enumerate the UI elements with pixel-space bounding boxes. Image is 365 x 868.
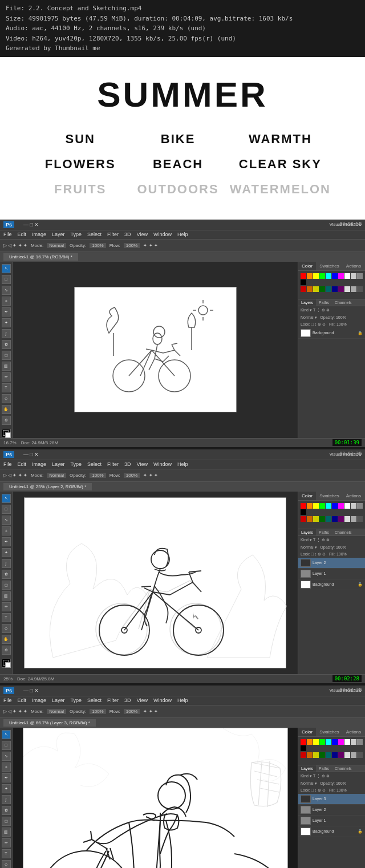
swatch-cell[interactable] [326, 516, 331, 522]
tool-brush-1[interactable]: ∫ [2, 329, 11, 338]
tool-eyedrop-3[interactable]: ✒ [2, 773, 11, 782]
toolbar-opacity-val-3[interactable]: 100% [90, 709, 106, 714]
swatch-cell[interactable] [351, 273, 356, 279]
panel-tab-actions-3[interactable]: Actions [343, 728, 364, 736]
swatch-cell[interactable] [357, 273, 363, 279]
swatch-cell[interactable] [351, 503, 356, 509]
menu-file-2[interactable]: File [3, 461, 12, 467]
tool-eyedrop-2[interactable]: ✒ [2, 537, 11, 546]
tool-text-2[interactable]: T [2, 613, 11, 622]
swatch-cell[interactable] [332, 739, 338, 745]
menu-layer-2[interactable]: Layer [52, 461, 65, 467]
swatch-cell[interactable] [344, 516, 350, 522]
swatch-cell[interactable] [326, 286, 331, 292]
layers-tab-layers-1[interactable]: Layers [298, 299, 316, 306]
menu-select-3[interactable]: Select [87, 697, 102, 703]
swatch-cell[interactable] [313, 286, 319, 292]
panel-tab-color-3[interactable]: Color [298, 728, 316, 736]
tool-clone-3[interactable]: ✿ [2, 806, 11, 815]
menu-type-1[interactable]: Type [71, 232, 82, 237]
menu-window-1[interactable]: Window [153, 232, 172, 237]
swatch-cell[interactable] [301, 516, 306, 522]
menu-view-3[interactable]: View [137, 697, 148, 703]
toolbar-opacity-val-2[interactable]: 100% [90, 473, 106, 478]
layers-tab-paths-2[interactable]: Paths [316, 529, 332, 536]
layers-tab-channels-3[interactable]: Channels [332, 765, 355, 772]
swatch-cell[interactable] [326, 503, 331, 509]
swatch-cell[interactable] [301, 745, 306, 751]
swatch-cell[interactable] [338, 286, 344, 292]
tool-gradient-3[interactable]: ▥ [2, 828, 11, 837]
menu-filter-2[interactable]: Filter [107, 461, 119, 467]
menu-select-1[interactable]: Select [87, 232, 102, 237]
swatch-cell[interactable] [307, 516, 313, 522]
swatch-cell[interactable] [332, 503, 338, 509]
swatch-cell[interactable] [307, 286, 313, 292]
swatch-cell[interactable] [307, 273, 313, 279]
menu-window-2[interactable]: Window [153, 461, 172, 467]
menu-image-3[interactable]: Image [32, 697, 46, 703]
toolbar-flow-val-2[interactable]: 100% [124, 473, 140, 478]
ps-layer-row-l3[interactable]: Layer 3 [298, 794, 365, 805]
toolbar-flow-val-1[interactable]: 100% [124, 243, 140, 248]
tool-eraser-3[interactable]: ◻ [2, 817, 11, 826]
toolbar-mode-val-2[interactable]: Normal [47, 473, 66, 478]
tool-brush-2[interactable]: ∫ [2, 559, 11, 568]
tool-move-1[interactable]: ↖ [2, 264, 11, 273]
tool-eyedrop-1[interactable]: ✒ [2, 307, 11, 317]
panel-tab-actions-2[interactable]: Actions [343, 492, 364, 500]
panel-tab-color-2[interactable]: Color [298, 492, 316, 500]
ps-layer-row-bg-3[interactable]: Background 🔒 [298, 826, 365, 837]
panel-tab-actions-1[interactable]: Actions [343, 262, 364, 270]
ps-layer-row-l2b[interactable]: Layer 2 [298, 805, 365, 816]
swatch-cell[interactable] [326, 273, 331, 279]
menu-edit-2[interactable]: Edit [18, 461, 27, 467]
tool-spot-1[interactable]: ✦ [2, 318, 11, 327]
panel-tab-color-1[interactable]: Color [298, 262, 316, 270]
tool-hand-1[interactable]: ✋ [2, 405, 11, 414]
tool-brush-3[interactable]: ∫ [2, 795, 11, 804]
ps-tab-2[interactable]: Untitled-1 @ 25% (Layer 2, RGB/8#) * [3, 483, 92, 490]
swatch-cell[interactable] [301, 739, 306, 745]
tool-shape-1[interactable]: ◇ [2, 394, 11, 403]
swatch-cell[interactable] [344, 286, 350, 292]
tool-select-2[interactable]: □ [2, 505, 11, 514]
swatch-cell[interactable] [313, 752, 319, 758]
swatch-cell[interactable] [326, 752, 331, 758]
layers-tab-channels-1[interactable]: Channels [332, 299, 355, 306]
tool-select-3[interactable]: □ [2, 741, 11, 750]
tool-shape-2[interactable]: ◇ [2, 624, 11, 633]
swatch-cell[interactable] [344, 752, 350, 758]
menu-help-3[interactable]: Help [177, 697, 188, 703]
swatch-cell[interactable] [344, 739, 350, 745]
tool-text-1[interactable]: T [2, 383, 11, 392]
swatch-cell[interactable] [357, 503, 363, 509]
swatch-cell[interactable] [326, 739, 331, 745]
ps-layer-row-bg-2[interactable]: Background 🔒 [298, 579, 365, 590]
tool-move-2[interactable]: ↖ [2, 494, 11, 503]
swatch-cell[interactable] [338, 516, 344, 522]
swatch-cell[interactable] [332, 273, 338, 279]
tool-lasso-3[interactable]: ∿ [2, 752, 11, 761]
menu-view-2[interactable]: View [137, 461, 148, 467]
swatch-cell[interactable] [313, 273, 319, 279]
swatch-cell[interactable] [301, 503, 306, 509]
panel-tab-swatches-3[interactable]: Swatches [316, 728, 343, 736]
swatch-cell[interactable] [344, 503, 350, 509]
toolbar-mode-val-3[interactable]: Normal [47, 709, 66, 714]
tool-fg-color-2[interactable] [2, 659, 11, 668]
panel-tab-swatches-2[interactable]: Swatches [316, 492, 343, 500]
swatch-cell[interactable] [332, 516, 338, 522]
swatch-cell[interactable] [357, 516, 363, 522]
tool-hand-2[interactable]: ✋ [2, 635, 11, 644]
swatch-cell[interactable] [301, 509, 306, 515]
menu-edit-3[interactable]: Edit [18, 697, 27, 703]
menu-filter-3[interactable]: Filter [107, 697, 119, 703]
tool-path-1[interactable]: ✏ [2, 372, 11, 382]
tool-fg-color-1[interactable] [2, 429, 11, 438]
toolbar-flow-val-3[interactable]: 100% [124, 709, 140, 714]
menu-select-2[interactable]: Select [87, 461, 102, 467]
menu-edit-1[interactable]: Edit [18, 232, 27, 237]
swatch-cell[interactable] [307, 739, 313, 745]
ps-layer-row-l1[interactable]: Layer 1 [298, 569, 365, 579]
